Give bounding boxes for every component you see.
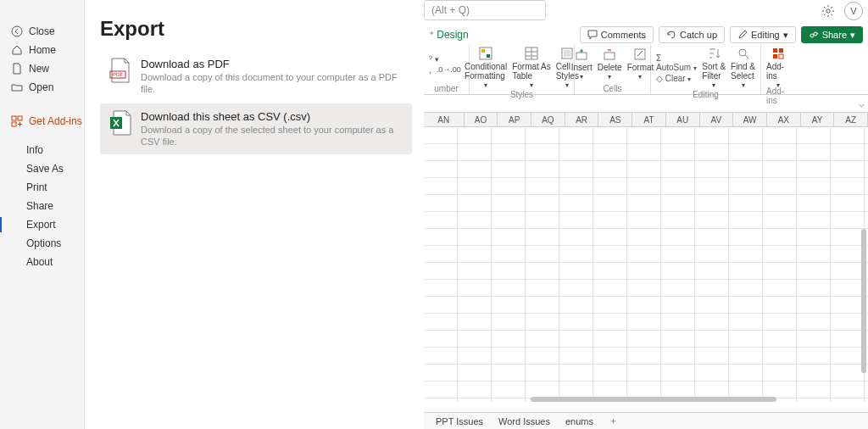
settings-button[interactable] [821, 3, 836, 19]
sidebar-item-print[interactable]: Print [0, 178, 84, 197]
conditional-format-icon [478, 46, 493, 61]
svg-rect-11 [481, 49, 485, 53]
sidebar-label: Get Add-ins [29, 115, 82, 127]
export-option-pdf[interactable]: PDF Download as PDF Download a copy of t… [100, 51, 412, 102]
svg-rect-3 [12, 122, 16, 126]
spreadsheet-grid[interactable] [424, 127, 868, 402]
autosum-button[interactable]: Σ AutoSum ▾ [656, 53, 697, 72]
export-option-sub: Download a copy of the selected sheet to… [141, 124, 403, 148]
folder-icon [10, 81, 24, 94]
horizontal-scrollbar[interactable] [531, 397, 776, 402]
catchup-button[interactable]: Catch up [659, 26, 725, 43]
addins-button[interactable]: Add-ins▾ [766, 46, 790, 90]
sidebar-label: Save As [26, 163, 64, 175]
svg-rect-12 [487, 54, 490, 58]
ribbon: ⁹ ▾ , .0→.00 umber Conditional Formattin… [424, 44, 868, 95]
ribbon-collapse-button[interactable]: ⌵ [859, 98, 865, 109]
svg-point-19 [739, 49, 746, 56]
svg-rect-20 [773, 48, 777, 53]
table-icon [524, 46, 539, 61]
sidebar-label: About [26, 256, 53, 268]
find-select-button[interactable]: Find & Select▾ [731, 46, 755, 90]
sidebar-item-about[interactable]: About [0, 253, 84, 271]
search-input[interactable]: (Alt + Q) [424, 0, 546, 20]
svg-text:PDF: PDF [113, 72, 123, 77]
chevron-down-icon: ▾ [783, 30, 788, 41]
ribbon-group-addins: Add-ins [766, 90, 790, 102]
column-header[interactable]: AY [801, 113, 835, 126]
delete-cells-button[interactable]: Delete▾ [598, 47, 622, 81]
comments-button[interactable]: Comments [580, 26, 654, 43]
column-header[interactable]: AT [632, 113, 666, 126]
conditional-formatting-button[interactable]: Conditional Formatting▾ [465, 46, 507, 90]
chevron-down-icon: ⌵ [859, 98, 865, 109]
insert-icon [574, 47, 589, 62]
insert-cells-button[interactable]: Insert▾ [571, 47, 593, 81]
sidebar-label: Share [26, 200, 53, 212]
column-header[interactable]: AV [700, 113, 734, 126]
share-icon [809, 30, 819, 40]
chevron-down-icon: ▾ [850, 30, 855, 41]
export-option-csv[interactable]: Download this sheet as CSV (.csv) Downlo… [100, 103, 412, 154]
svg-rect-16 [576, 53, 587, 59]
sheet-tab-bar: PPT Issues Word Issues enums ＋ [424, 412, 868, 429]
sidebar-item-info[interactable]: Info [0, 141, 84, 159]
ribbon-group-styles: Styles [475, 90, 569, 99]
sidebar-item-close[interactable]: Close [0, 22, 84, 41]
excel-underlay: (Alt + Q) V ⁺ Design Comments Catch up E… [424, 0, 868, 429]
file-icon [10, 62, 24, 75]
sidebar-item-share[interactable]: Share [0, 197, 84, 215]
column-header[interactable]: AZ [834, 113, 868, 126]
ribbon-group-editing: Editing [656, 90, 755, 99]
decimal-inc-icon[interactable]: .0→.00 [437, 65, 461, 75]
svg-point-8 [810, 34, 814, 37]
avatar-initial: V [850, 6, 856, 16]
catchup-icon [666, 30, 676, 40]
sort-filter-button[interactable]: Sort & Filter▾ [702, 46, 726, 90]
sheet-tab[interactable]: Word Issues [498, 416, 550, 426]
svg-rect-21 [779, 48, 783, 53]
sidebar-label: New [29, 63, 49, 75]
home-icon [10, 43, 24, 57]
column-header[interactable]: AW [733, 113, 767, 126]
column-header[interactable]: AO [465, 113, 498, 126]
sidebar-item-home[interactable]: Home [0, 41, 84, 59]
page-title: Export [100, 17, 412, 41]
column-header[interactable]: AQ [531, 113, 565, 126]
format-table-button[interactable]: Format As Table▾ [512, 46, 551, 90]
column-header[interactable]: AN [424, 113, 465, 126]
column-header[interactable]: AS [598, 113, 632, 126]
export-option-title: Download as PDF [141, 58, 403, 71]
new-sheet-button[interactable]: ＋ [609, 415, 618, 427]
pdf-file-icon: PDF [108, 58, 132, 83]
vertical-scrollbar[interactable] [861, 229, 866, 373]
clear-button[interactable]: ◇ Clear ▾ [656, 74, 697, 83]
sheet-tab[interactable]: enums [565, 416, 593, 426]
svg-rect-17 [604, 53, 615, 59]
sidebar-item-saveas[interactable]: Save As [0, 159, 84, 178]
sidebar-item-new[interactable]: New [0, 59, 84, 78]
editing-button[interactable]: Editing ▾ [730, 26, 796, 43]
column-header[interactable]: AX [767, 113, 801, 126]
sidebar-item-addins[interactable]: Get Add-ins [0, 112, 84, 131]
sidebar-label: Close [29, 25, 55, 37]
tab-design[interactable]: ⁺ Design [424, 29, 469, 41]
format-cells-button[interactable]: Format▾ [627, 47, 654, 81]
share-button[interactable]: Share ▾ [801, 26, 863, 43]
column-header[interactable]: AP [498, 113, 531, 126]
sheet-tab[interactable]: PPT Issues [436, 416, 483, 426]
find-icon [736, 46, 751, 61]
export-option-sub: Download a copy of this document to your… [141, 71, 403, 95]
backstage-sidebar: Close Home New Open Get Add-ins Info Sav… [0, 0, 85, 429]
comma-icon[interactable]: , [429, 65, 431, 75]
avatar[interactable]: V [844, 2, 863, 20]
export-option-title: Download this sheet as CSV (.csv) [141, 110, 403, 124]
svg-rect-1 [12, 116, 16, 120]
sidebar-item-open[interactable]: Open [0, 78, 84, 97]
column-header[interactable]: AR [565, 113, 599, 126]
sidebar-item-options[interactable]: Options [0, 234, 84, 253]
sidebar-label: Info [26, 144, 43, 156]
column-header[interactable]: AU [666, 113, 700, 126]
sidebar-item-export[interactable]: Export [0, 215, 84, 234]
csv-file-icon [108, 110, 132, 136]
